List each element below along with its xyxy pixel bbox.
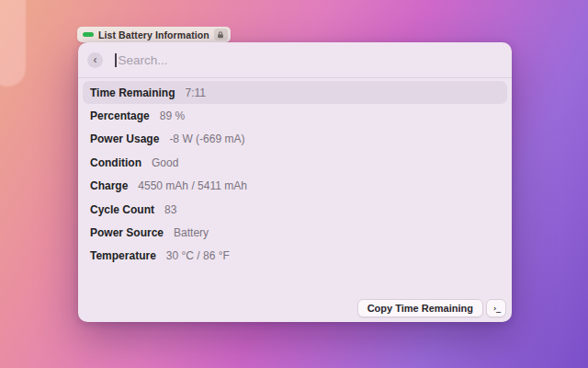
copy-time-remaining-button[interactable]: Copy Time Remaining — [357, 299, 483, 317]
chevron-left-icon: ‹ — [94, 54, 97, 65]
list-item-value: -8 W (-669 mA) — [169, 132, 244, 145]
list-item-charge[interactable]: Charge 4550 mAh / 5411 mAh — [83, 175, 507, 198]
lock-icon — [214, 29, 228, 40]
battery-info-list: Time Remaining 7:11 Percentage 89 % Powe… — [78, 78, 512, 299]
list-item-value: 83 — [164, 203, 176, 216]
list-item-label: Power Source — [90, 226, 164, 239]
list-item-temperature[interactable]: Temperature 30 °C / 86 °F — [83, 245, 507, 268]
launcher-window: ‹ Time Remaining 7:11 Percentage 89 % Po… — [78, 42, 512, 322]
list-item-label: Percentage — [90, 109, 150, 122]
list-item-value: Battery — [174, 226, 209, 239]
text-caret — [115, 53, 117, 67]
list-item-label: Temperature — [90, 249, 156, 262]
command-tag-label: List Battery Information — [98, 29, 209, 40]
wallpaper-blob — [0, 0, 26, 86]
list-item-time-remaining[interactable]: Time Remaining 7:11 — [83, 81, 507, 104]
action-bar: Copy Time Remaining ›_ — [78, 299, 512, 322]
list-item-label: Power Usage — [90, 132, 159, 145]
list-item-power-usage[interactable]: Power Usage -8 W (-669 mA) — [83, 128, 507, 151]
list-item-value: 30 °C / 86 °F — [166, 249, 230, 262]
list-item-condition[interactable]: Condition Good — [83, 151, 507, 174]
list-item-label: Cycle Count — [90, 203, 154, 216]
list-item-cycle-count[interactable]: Cycle Count 83 — [83, 198, 507, 221]
battery-bar-icon — [83, 32, 94, 37]
list-item-value: 7:11 — [185, 86, 205, 99]
back-button[interactable]: ‹ — [87, 52, 103, 68]
list-item-percentage[interactable]: Percentage 89 % — [83, 104, 507, 127]
list-item-value: 89 % — [160, 109, 185, 122]
list-item-value: Good — [152, 156, 178, 169]
search-bar: ‹ — [78, 42, 512, 77]
list-item-label: Charge — [90, 179, 128, 192]
list-item-power-source[interactable]: Power Source Battery — [83, 221, 507, 244]
list-item-value: 4550 mAh / 5411 mAh — [138, 179, 247, 192]
copy-time-remaining-label: Copy Time Remaining — [368, 303, 473, 314]
search-input[interactable] — [119, 53, 502, 67]
terminal-icon[interactable]: ›_ — [486, 299, 506, 317]
command-tag[interactable]: List Battery Information — [77, 27, 231, 42]
list-item-label: Time Remaining — [90, 86, 175, 99]
list-item-label: Condition — [90, 156, 141, 169]
